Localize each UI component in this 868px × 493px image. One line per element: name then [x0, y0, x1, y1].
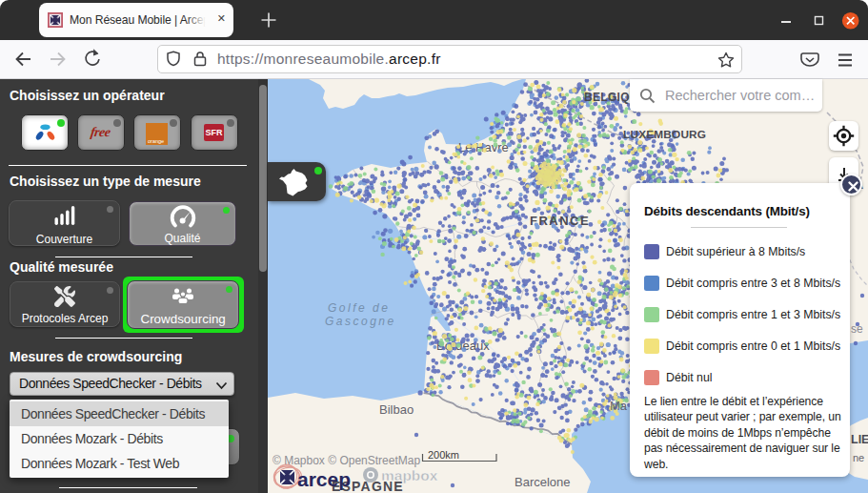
svg-text:LUXEMBOURG: LUXEMBOURG [623, 128, 706, 141]
svg-text:arcep: arcep [297, 468, 351, 490]
svg-text:LIE: LIE [851, 433, 868, 446]
svg-text:mapbox: mapbox [381, 467, 438, 483]
svg-text:200km: 200km [428, 449, 459, 461]
svg-text:© Mapbox © OpenStreetMap: © Mapbox © OpenStreetMap [273, 454, 420, 467]
svg-text:ne: ne [853, 452, 864, 463]
svg-text:Gascogne: Gascogne [325, 315, 396, 328]
svg-text:Bilbao: Bilbao [379, 402, 414, 417]
svg-text:Ma: Ma [610, 399, 628, 413]
svg-text:Barcelone: Barcelone [515, 475, 571, 489]
svg-text:Golfe de: Golfe de [328, 301, 390, 315]
svg-text:se: se [851, 322, 863, 336]
svg-text:FRANCE: FRANCE [530, 214, 590, 228]
